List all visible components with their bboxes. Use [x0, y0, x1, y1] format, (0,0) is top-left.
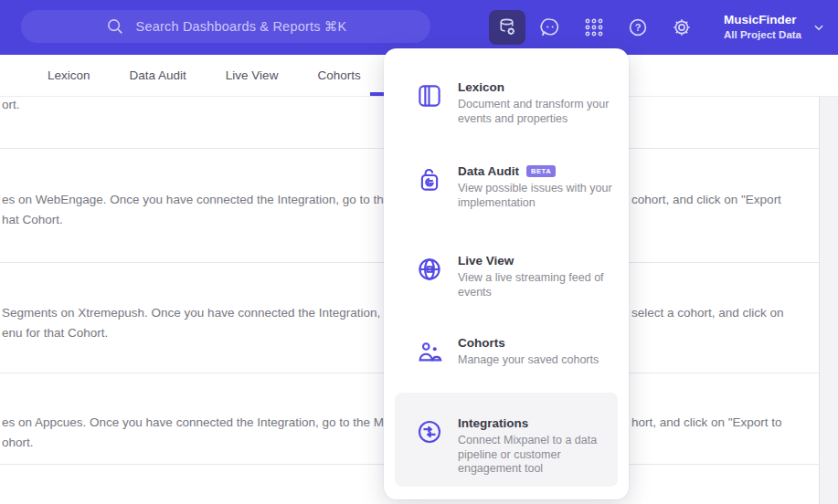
menu-item-desc: Manage your saved cohorts	[458, 353, 615, 368]
feedback-button[interactable]	[532, 10, 568, 45]
grid-dots-icon	[583, 16, 605, 38]
sync-icon	[416, 418, 443, 446]
menu-item-desc: View possible issues with your implement…	[458, 182, 615, 210]
search-input[interactable]: Search Dashboards & Reports ⌘K	[21, 10, 430, 43]
project-subtitle: All Project Data	[724, 28, 801, 41]
project-name: MusicFinder	[724, 13, 801, 28]
gear-icon	[671, 16, 693, 38]
book-icon	[416, 82, 443, 110]
apps-grid-button[interactable]	[576, 10, 612, 45]
background-text: enu for that Cohort.	[2, 326, 384, 340]
data-management-button[interactable]	[489, 10, 525, 45]
menu-item-desc: Connect Mixpanel to a data pipeline or c…	[458, 434, 615, 477]
nav-dropdown-menu: Lexicon Document and transform your even…	[384, 48, 629, 499]
users-icon	[416, 338, 443, 365]
menu-item-title: Live View	[458, 254, 615, 268]
chevron-down-icon	[812, 21, 825, 34]
background-text: select a cohort, and click on	[631, 306, 814, 320]
search-icon	[105, 16, 125, 37]
menu-item-live-view[interactable]: Live View View a live streaming feed of …	[416, 254, 615, 299]
background-text: es on Appcues. Once you have connected t…	[2, 415, 384, 429]
settings-button[interactable]	[663, 10, 700, 45]
active-tab-underline	[370, 92, 384, 96]
beta-badge: BETA	[526, 165, 556, 177]
globe-icon	[416, 256, 443, 283]
menu-item-title: Lexicon	[458, 80, 615, 94]
menu-item-title: Integrations	[458, 416, 615, 430]
tab-data-audit[interactable]: Data Audit	[130, 68, 186, 82]
background-text: es on WebEngage. Once you have connected…	[2, 193, 384, 206]
background-text: ort.	[2, 98, 384, 111]
svg-text:?: ?	[635, 22, 642, 33]
tab-live-view[interactable]: Live View	[226, 68, 279, 82]
question-mark-icon: ?	[627, 16, 649, 38]
chat-smiley-icon	[539, 16, 561, 38]
background-text: hat Cohort.	[2, 213, 384, 226]
search-placeholder: Search Dashboards & Reports ⌘K	[136, 19, 347, 34]
menu-item-data-audit[interactable]: Data Audit BETA View possible issues wit…	[416, 164, 615, 210]
menu-item-title: Cohorts	[458, 336, 615, 350]
database-gear-icon	[496, 16, 518, 38]
help-button[interactable]: ?	[620, 10, 656, 45]
top-nav: Search Dashboards & Reports ⌘K	[0, 0, 838, 55]
menu-item-cohorts[interactable]: Cohorts Manage your saved cohorts	[416, 336, 615, 368]
background-text: ohort.	[2, 436, 384, 449]
lock-icon	[416, 166, 443, 194]
tab-cohorts[interactable]: Cohorts	[317, 68, 360, 82]
background-text: hort, and click on "Export to	[631, 415, 814, 429]
menu-item-integrations[interactable]: Integrations Connect Mixpanel to a data …	[395, 393, 618, 487]
background-text: cohort, and click on "Export	[631, 193, 814, 206]
background-text: Segments on Xtremepush. Once you have co…	[2, 306, 384, 320]
menu-item-lexicon[interactable]: Lexicon Document and transform your even…	[416, 80, 615, 126]
scrollbar-track[interactable]	[819, 97, 838, 504]
project-selector[interactable]: MusicFinder All Project Data	[715, 7, 831, 47]
tab-lexicon[interactable]: Lexicon	[48, 68, 90, 82]
menu-item-desc: View a live streaming feed of events	[458, 271, 615, 299]
menu-item-title: Data Audit	[458, 164, 519, 178]
menu-item-desc: Document and transform your events and p…	[458, 98, 615, 126]
